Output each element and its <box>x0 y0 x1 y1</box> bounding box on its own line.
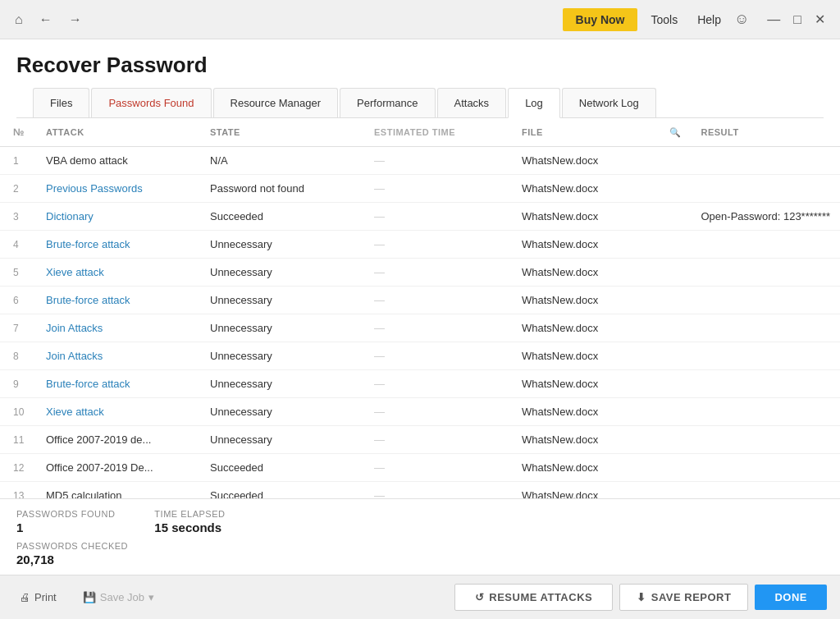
col-file: FILE <box>509 118 656 147</box>
cell-result <box>688 314 841 342</box>
cell-num: 9 <box>0 370 33 398</box>
cell-attack[interactable]: Dictionary <box>33 203 197 231</box>
table-row: 5Xieve attackUnnecessary—WhatsNew.docx <box>0 259 840 287</box>
cell-estimated-time: — <box>361 314 509 342</box>
maximize-button[interactable]: □ <box>788 10 806 29</box>
buy-now-button[interactable]: Buy Now <box>563 8 638 31</box>
cell-num: 7 <box>0 314 33 342</box>
cell-result <box>688 398 841 426</box>
attack-link[interactable]: Join Attacks <box>46 350 103 362</box>
cell-search <box>656 231 688 259</box>
resume-attacks-button[interactable]: ↺ RESUME ATTACKS <box>454 584 613 611</box>
window-controls: — □ ✕ <box>762 10 830 29</box>
cell-attack[interactable]: Xieve attack <box>33 259 197 287</box>
cell-attack[interactable]: Brute-force attack <box>33 287 197 314</box>
passwords-checked-stat: PASSWORDS CHECKED 20,718 <box>16 541 824 566</box>
resume-icon: ↺ <box>475 591 485 603</box>
attack-link[interactable]: Dictionary <box>46 210 94 222</box>
table-row: 4Brute-force attackUnnecessary—WhatsNew.… <box>0 231 840 259</box>
help-button[interactable]: Help <box>691 10 728 30</box>
cell-attack[interactable]: Brute-force attack <box>33 231 197 259</box>
tab-attacks[interactable]: Attacks <box>437 88 507 117</box>
cell-attack: MD5 calculation <box>33 482 197 499</box>
cell-result <box>688 370 841 398</box>
col-search[interactable]: 🔍 <box>656 118 688 147</box>
back-button[interactable]: ← <box>34 9 57 30</box>
col-num: № <box>0 118 33 147</box>
cell-state: Unnecessary <box>197 259 361 287</box>
cell-estimated-time: — <box>361 203 509 231</box>
cell-attack[interactable]: Join Attacks <box>33 314 197 342</box>
forward-button[interactable]: → <box>64 9 87 30</box>
search-icon: 🔍 <box>669 127 682 137</box>
cell-num: 12 <box>0 454 33 482</box>
action-bar: 🖨 Print 💾 Save Job ▾ ↺ RESUME ATTACKS ⬇ … <box>0 575 840 619</box>
print-button[interactable]: 🖨 Print <box>13 588 63 607</box>
tab-network-log[interactable]: Network Log <box>562 88 656 117</box>
tab-passwords-found[interactable]: Passwords Found <box>91 88 211 117</box>
cell-attack[interactable]: Join Attacks <box>33 342 197 370</box>
cell-file: WhatsNew.docx <box>509 454 656 482</box>
cell-estimated-time: — <box>361 342 509 370</box>
attack-link[interactable]: Join Attacks <box>46 322 103 334</box>
cell-attack[interactable]: Previous Passwords <box>33 175 197 203</box>
cell-num: 1 <box>0 147 33 175</box>
save-report-label: SAVE REPORT <box>651 591 732 603</box>
cell-estimated-time: — <box>361 454 509 482</box>
stats-bar: PASSWORDS FOUND 1 TIME ELAPSED 15 second… <box>0 498 840 575</box>
close-button[interactable]: ✕ <box>810 10 830 29</box>
tools-button[interactable]: Tools <box>644 10 684 30</box>
attack-link[interactable]: Xieve attack <box>46 266 104 278</box>
attack-link[interactable]: Brute-force attack <box>46 294 130 306</box>
save-job-dropdown-icon: ▾ <box>148 591 154 603</box>
table-row: 13MD5 calculationSucceeded—WhatsNew.docx <box>0 482 840 499</box>
cell-state: Succeeded <box>197 482 361 499</box>
table-row: 1VBA demo attackN/A—WhatsNew.docx <box>0 147 840 175</box>
minimize-button[interactable]: — <box>762 10 785 29</box>
table-row: 7Join AttacksUnnecessary—WhatsNew.docx <box>0 314 840 342</box>
titlebar-right: Buy Now Tools Help ☺ — □ ✕ <box>563 8 830 31</box>
save-report-icon: ⬇ <box>637 591 646 603</box>
cell-state: Succeeded <box>197 203 361 231</box>
cell-search <box>656 370 688 398</box>
tab-bar: Files Passwords Found Resource Manager P… <box>16 88 824 118</box>
cell-estimated-time: — <box>361 398 509 426</box>
home-button[interactable]: ⌂ <box>10 9 28 30</box>
cell-result: Open-Password: 123******* <box>688 203 841 231</box>
tab-files[interactable]: Files <box>33 88 89 117</box>
tab-log[interactable]: Log <box>508 88 560 118</box>
tab-resource-manager[interactable]: Resource Manager <box>213 88 339 117</box>
main-page: Recover Password Files Passwords Found R… <box>0 39 840 619</box>
cell-file: WhatsNew.docx <box>509 259 656 287</box>
attack-link[interactable]: Previous Passwords <box>46 182 143 195</box>
cell-file: WhatsNew.docx <box>509 231 656 259</box>
save-report-button[interactable]: ⬇ SAVE REPORT <box>619 584 748 611</box>
cell-file: WhatsNew.docx <box>509 398 656 426</box>
cell-num: 11 <box>0 426 33 454</box>
table-row: 12Office 2007-2019 De...Succeeded—WhatsN… <box>0 454 840 482</box>
cell-state: Unnecessary <box>197 314 361 342</box>
cell-file: WhatsNew.docx <box>509 482 656 499</box>
table-row: 10Xieve attackUnnecessary—WhatsNew.docx <box>0 398 840 426</box>
action-left: 🖨 Print 💾 Save Job ▾ <box>13 588 161 607</box>
cell-attack[interactable]: Brute-force attack <box>33 370 197 398</box>
cell-search <box>656 287 688 314</box>
passwords-checked-value: 20,718 <box>16 553 824 566</box>
passwords-found-stat: PASSWORDS FOUND 1 <box>16 509 115 534</box>
attack-link[interactable]: Brute-force attack <box>46 238 130 250</box>
cell-search <box>656 454 688 482</box>
cell-num: 5 <box>0 259 33 287</box>
cell-result <box>688 454 841 482</box>
attack-link[interactable]: Xieve attack <box>46 406 104 418</box>
cell-estimated-time: — <box>361 426 509 454</box>
cell-attack[interactable]: Xieve attack <box>33 398 197 426</box>
save-job-disk-icon: 💾 <box>83 591 96 603</box>
done-button[interactable]: DONE <box>755 585 827 610</box>
cell-num: 2 <box>0 175 33 203</box>
cell-state: Password not found <box>197 175 361 203</box>
tab-performance[interactable]: Performance <box>340 88 435 117</box>
cell-result <box>688 147 841 175</box>
attack-link[interactable]: Brute-force attack <box>46 378 130 390</box>
save-job-button: 💾 Save Job ▾ <box>76 588 161 607</box>
cell-search <box>656 314 688 342</box>
